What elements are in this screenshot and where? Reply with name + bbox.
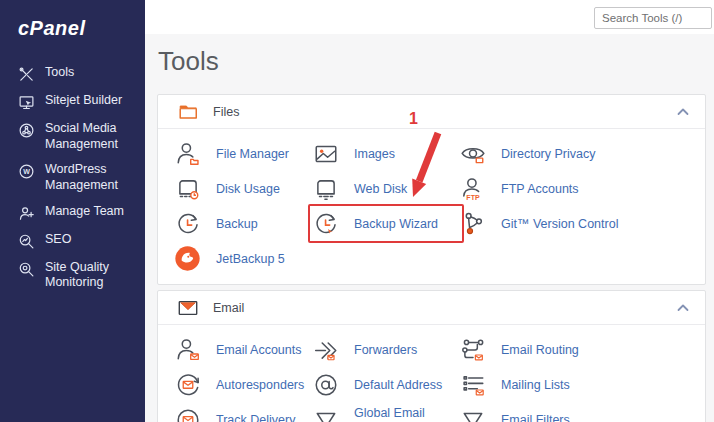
section-title: Files [213, 105, 239, 119]
git-version-control-icon [459, 211, 486, 237]
web-disk-icon [312, 176, 339, 202]
section-title: Email [213, 301, 244, 315]
tool-ftp-accounts[interactable]: FTP FTP Accounts [459, 171, 689, 206]
seo-icon [18, 233, 35, 250]
tool-backup-wizard[interactable]: Backup Wizard [312, 206, 459, 241]
social-media-icon [18, 122, 35, 139]
tool-label[interactable]: Global Email Filters [354, 406, 459, 422]
track-delivery-icon [174, 407, 201, 422]
sidebar-item-label: Tools [45, 65, 74, 81]
tool-email-routing[interactable]: Email Routing [459, 332, 689, 367]
tool-label[interactable]: Web Disk [354, 182, 407, 196]
tool-label[interactable]: Directory Privacy [501, 147, 595, 161]
email-accounts-icon [174, 337, 201, 363]
disk-usage-icon [174, 176, 201, 202]
tool-web-disk[interactable]: Web Disk [312, 171, 459, 206]
tool-forwarders[interactable]: Forwarders [312, 332, 459, 367]
tool-email-accounts[interactable]: Email Accounts [174, 332, 312, 367]
site-quality-monitoring-icon [18, 261, 35, 278]
email-filters-icon [459, 407, 486, 422]
chevron-up-icon[interactable] [677, 108, 689, 116]
email-routing-icon [459, 337, 486, 363]
images-icon [312, 141, 339, 167]
tool-label[interactable]: FTP Accounts [501, 182, 579, 196]
forwarders-icon [312, 337, 339, 363]
tool-mailing-lists[interactable]: Mailing Lists [459, 367, 689, 402]
tool-disk-usage[interactable]: Disk Usage [174, 171, 312, 206]
directory-privacy-icon [459, 141, 486, 167]
sidebar-item-manage-team[interactable]: Manage Team [0, 199, 145, 227]
tool-images[interactable]: Images [312, 136, 459, 171]
tool-label[interactable]: Git™ Version Control [501, 217, 618, 231]
tool-track-delivery[interactable]: Track Delivery [174, 402, 312, 422]
sidebar-nav: Tools Sitejet Builder Social Media Manag… [0, 60, 145, 296]
tool-label[interactable]: Backup [216, 217, 258, 231]
tool-label[interactable]: File Manager [216, 147, 289, 161]
sidebar-item-tools[interactable]: Tools [0, 60, 145, 88]
tool-jetbackup-5[interactable]: JetBackup 5 [174, 241, 312, 276]
tool-label[interactable]: Track Delivery [216, 413, 295, 422]
tool-global-email-filters[interactable]: Global Email Filters [312, 402, 459, 422]
sidebar: cPanel Tools Sitejet Builder Social Medi… [0, 0, 145, 422]
tool-label[interactable]: Autoresponders [216, 378, 304, 392]
autoresponders-icon [174, 372, 201, 398]
backup-icon [174, 211, 201, 237]
sidebar-item-label: Manage Team [45, 204, 124, 220]
tools-icon [18, 66, 35, 83]
search-input[interactable] [594, 7, 712, 29]
tool-default-address[interactable]: Default Address [312, 367, 459, 402]
tool-backup[interactable]: Backup [174, 206, 312, 241]
sidebar-item-label: Site Quality Monitoring [45, 260, 131, 291]
email-icon [174, 297, 201, 319]
sidebar-item-label: Sitejet Builder [45, 93, 122, 109]
mailing-lists-icon [459, 372, 486, 398]
sidebar-item-seo[interactable]: SEO [0, 227, 145, 255]
tool-email-filters[interactable]: Email Filters [459, 402, 689, 422]
jetbackup-icon [174, 245, 201, 272]
global-email-filters-icon [312, 407, 339, 422]
backup-wizard-icon [312, 211, 339, 237]
sitejet-builder-icon [18, 94, 35, 111]
folder-icon [174, 101, 201, 123]
sidebar-item-social-media[interactable]: Social Media Management [0, 116, 145, 157]
svg-text:W: W [23, 168, 30, 176]
tool-label[interactable]: Email Routing [501, 343, 579, 357]
tool-label[interactable]: Email Filters [501, 413, 570, 422]
files-section-header[interactable]: Files [158, 95, 705, 129]
tool-git-version-control[interactable]: Git™ Version Control [459, 206, 689, 241]
cpanel-tools-page: cPanel Tools Sitejet Builder Social Medi… [0, 0, 714, 422]
file-manager-icon [174, 141, 201, 167]
sidebar-item-label: SEO [45, 232, 71, 248]
manage-team-icon [18, 205, 35, 222]
tool-label[interactable]: Email Accounts [216, 343, 301, 357]
email-section-header[interactable]: Email [158, 291, 705, 325]
tool-label[interactable]: Forwarders [354, 343, 417, 357]
tool-label[interactable]: JetBackup 5 [216, 252, 285, 266]
chevron-up-icon[interactable] [677, 304, 689, 312]
sidebar-item-site-quality[interactable]: Site Quality Monitoring [0, 255, 145, 296]
main-content: Tools Files File Manager [145, 34, 714, 422]
email-grid: Email Accounts Forwarders Email Routing [158, 325, 705, 422]
tool-label[interactable]: Disk Usage [216, 182, 280, 196]
sidebar-item-label: Social Media Management [45, 121, 131, 152]
tool-file-manager[interactable]: File Manager [174, 136, 312, 171]
default-address-icon [312, 372, 339, 398]
tool-directory-privacy[interactable]: Directory Privacy [459, 136, 689, 171]
files-grid: File Manager Images Directory Privacy [158, 129, 705, 284]
tool-label[interactable]: Images [354, 147, 395, 161]
ftp-accounts-icon: FTP [459, 176, 486, 202]
svg-text:FTP: FTP [466, 193, 480, 200]
cpanel-logo[interactable]: cPanel [0, 0, 145, 46]
sidebar-item-wordpress[interactable]: W WordPress Management [0, 157, 145, 198]
files-section-card: Files File Manager Images [157, 94, 706, 285]
topbar [145, 0, 714, 35]
email-section-card: Email Email Accounts Forwarders [157, 290, 706, 422]
wordpress-icon: W [18, 163, 35, 180]
tool-label[interactable]: Default Address [354, 378, 442, 392]
tool-label[interactable]: Backup Wizard [354, 217, 438, 231]
page-title: Tools [158, 46, 219, 77]
tool-autoresponders[interactable]: Autoresponders [174, 367, 312, 402]
tool-label[interactable]: Mailing Lists [501, 378, 570, 392]
sidebar-item-sitejet-builder[interactable]: Sitejet Builder [0, 88, 145, 116]
sidebar-item-label: WordPress Management [45, 162, 131, 193]
